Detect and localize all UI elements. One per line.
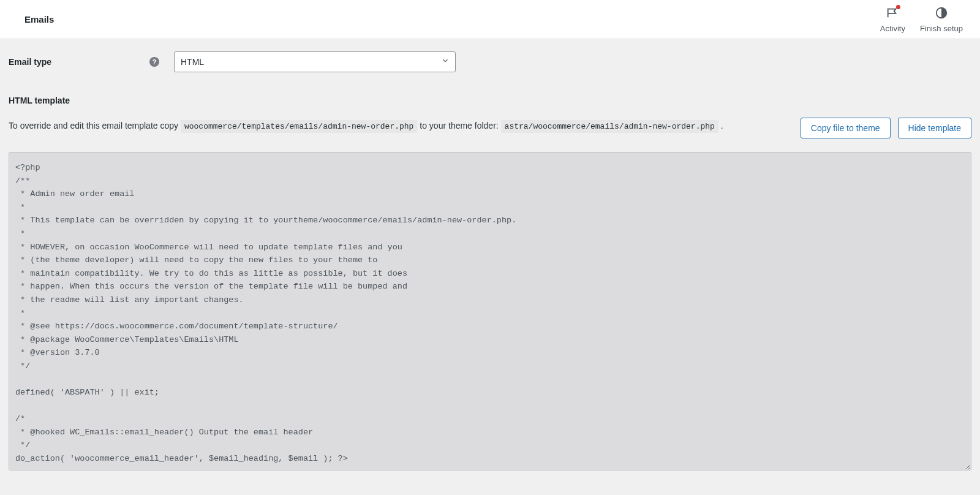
override-text-mid: to your theme folder: bbox=[417, 121, 500, 130]
html-template-heading: HTML template bbox=[9, 96, 971, 105]
progress-circle-icon bbox=[935, 6, 948, 21]
override-dest-path: astra/woocommerce/emails/admin-new-order… bbox=[501, 120, 718, 133]
content-area: Email type ? HTML HTML template To overr… bbox=[0, 39, 980, 479]
copy-file-to-theme-button[interactable]: Copy file to theme bbox=[801, 118, 891, 138]
override-source-path: woocommerce/templates/emails/admin-new-o… bbox=[181, 120, 417, 133]
help-icon[interactable]: ? bbox=[149, 57, 159, 67]
finish-setup-label: Finish setup bbox=[920, 24, 963, 33]
template-code-textarea[interactable] bbox=[9, 152, 971, 470]
template-buttons: Copy file to theme Hide template bbox=[801, 118, 971, 138]
activity-button[interactable]: Activity bbox=[880, 6, 905, 33]
top-bar: Emails Activity Finish setup bbox=[0, 0, 980, 39]
email-type-select[interactable]: HTML bbox=[174, 51, 456, 72]
email-type-select-value: HTML bbox=[174, 51, 456, 72]
notification-dot-icon bbox=[896, 5, 900, 9]
activity-icon bbox=[886, 6, 899, 21]
topbar-actions: Activity Finish setup bbox=[880, 6, 963, 33]
override-instructions: To override and edit this email template… bbox=[9, 118, 788, 135]
email-type-label: Email type bbox=[9, 57, 51, 67]
template-code-area bbox=[9, 152, 971, 470]
finish-setup-button[interactable]: Finish setup bbox=[920, 6, 963, 33]
override-text-prefix: To override and edit this email template… bbox=[9, 121, 181, 130]
email-type-row: Email type ? HTML bbox=[9, 39, 971, 87]
email-type-label-wrap: Email type ? bbox=[9, 57, 163, 67]
override-text-suffix: . bbox=[718, 121, 723, 130]
page-title: Emails bbox=[24, 14, 54, 25]
hide-template-button[interactable]: Hide template bbox=[898, 118, 971, 138]
activity-label: Activity bbox=[880, 24, 905, 33]
template-controls-row: To override and edit this email template… bbox=[9, 118, 971, 138]
